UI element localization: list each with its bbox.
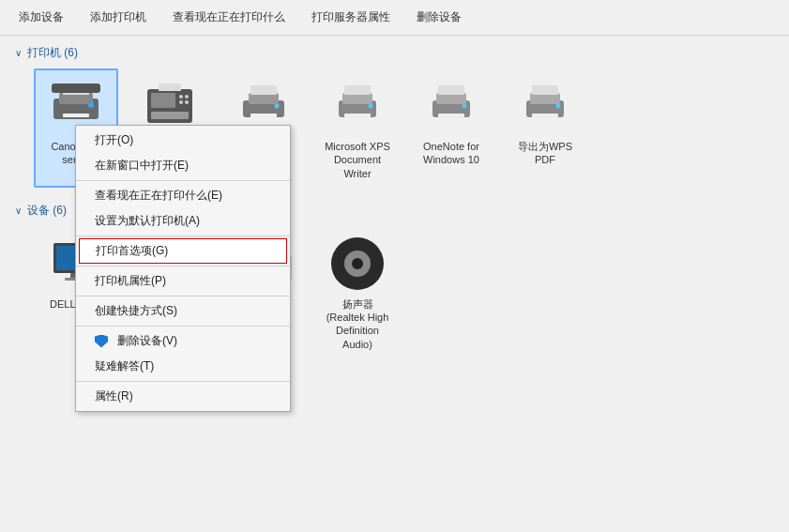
ctx-create-shortcut[interactable]: 创建快捷方式(S) [76, 298, 290, 324]
svg-point-12 [185, 100, 189, 104]
svg-point-9 [179, 95, 183, 99]
toolbar-print-server[interactable]: 打印服务器属性 [308, 8, 394, 27]
onenote-label: OneNote for Windows 10 [417, 140, 486, 167]
svg-rect-13 [159, 84, 181, 91]
svg-rect-22 [344, 85, 371, 95]
svg-rect-4 [52, 84, 100, 93]
ctx-printer-props[interactable]: 打印机属性(P) [76, 268, 290, 294]
svg-point-28 [463, 104, 467, 109]
wps-label: 导出为WPS PDF [510, 140, 580, 167]
ctx-open[interactable]: 打开(O) [76, 128, 290, 153]
xps-icon [327, 76, 387, 136]
wps-icon [515, 76, 575, 136]
toolbar-remove-device[interactable]: 删除设备 [413, 8, 465, 27]
speaker-icon [327, 234, 387, 294]
svg-point-18 [275, 104, 280, 109]
shield-icon [95, 335, 108, 348]
printers-section-header[interactable]: ∨ 打印机 (6) [15, 45, 774, 61]
svg-point-5 [88, 102, 94, 108]
svg-rect-16 [250, 114, 277, 119]
svg-rect-21 [344, 114, 371, 119]
svg-point-11 [179, 100, 183, 104]
svg-rect-26 [438, 114, 464, 119]
svg-rect-17 [250, 85, 277, 95]
ctx-separator-5 [76, 326, 290, 327]
devices-section-label: 设备 (6) [27, 203, 67, 219]
svg-rect-8 [151, 112, 189, 119]
svg-point-10 [185, 95, 189, 99]
toolbar-add-printer[interactable]: 添加打印机 [86, 8, 150, 27]
ctx-separator-3 [76, 266, 290, 266]
printer-wps[interactable]: 导出为WPS PDF [503, 68, 587, 188]
printer-xps[interactable]: Microsoft XPS Document Writer [315, 68, 400, 188]
ctx-separator-1 [76, 180, 290, 181]
ctx-troubleshoot[interactable]: 疑难解答(T) [76, 354, 290, 379]
ctx-separator-2 [76, 236, 290, 236]
ctx-view-printing[interactable]: 查看现在正在打印什么(E) [76, 183, 290, 208]
ctx-print-prefs[interactable]: 打印首选项(G) [79, 238, 287, 264]
ctx-separator-6 [76, 381, 290, 382]
svg-rect-31 [532, 114, 558, 119]
context-menu: 打开(O) 在新窗口中打开(E) 查看现在正在打印什么(E) 设置为默认打印机(… [75, 125, 291, 412]
svg-point-23 [369, 104, 373, 109]
main-area: ∨ 打印机 (6) Canon MG s [0, 36, 789, 383]
speaker-label: 扬声器 (Realtek High Definition Audio) [323, 297, 392, 351]
xps-label: Microsoft XPS Document Writer [323, 140, 392, 180]
svg-point-33 [556, 104, 561, 109]
printers-chevron: ∨ [15, 48, 22, 58]
svg-rect-2 [63, 114, 89, 117]
svg-rect-32 [532, 85, 558, 95]
svg-rect-27 [438, 85, 464, 95]
device-speaker[interactable]: 扬声器 (Realtek High Definition Audio) [315, 226, 400, 358]
svg-rect-7 [151, 93, 175, 108]
onenote-icon [421, 76, 481, 136]
printers-section-label: 打印机 (6) [27, 45, 78, 61]
toolbar: 添加设备 添加打印机 查看现在正在打印什么 打印服务器属性 删除设备 [0, 0, 789, 36]
ctx-set-default[interactable]: 设置为默认打印机(A) [76, 208, 290, 234]
devices-chevron: ∨ [15, 205, 22, 216]
ctx-separator-4 [76, 296, 290, 296]
ctx-remove-device[interactable]: 删除设备(V) [76, 328, 290, 354]
printer-onenote[interactable]: OneNote for Windows 10 [409, 68, 493, 188]
ctx-new-window[interactable]: 在新窗口中打开(E) [76, 153, 290, 178]
toolbar-add-device[interactable]: 添加设备 [15, 8, 68, 27]
ctx-properties[interactable]: 属性(R) [76, 384, 290, 409]
toolbar-view-printing[interactable]: 查看现在正在打印什么 [169, 8, 289, 27]
